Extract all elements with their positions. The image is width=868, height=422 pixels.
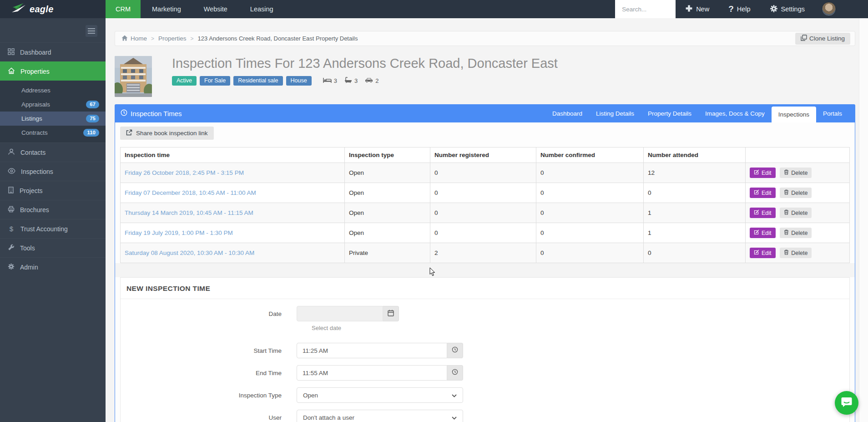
table-row: Friday 07 December 2018, 10:45 AM - 11:0…	[121, 183, 850, 203]
user-avatar[interactable]	[822, 2, 836, 16]
scrollbar-track[interactable]	[859, 18, 868, 422]
sidebar-item-appraisals[interactable]: Appraisals 67	[0, 97, 106, 112]
edit-button[interactable]: Edit	[750, 188, 776, 198]
status-badge-for-sale: For Sale	[200, 76, 230, 86]
search-input[interactable]	[621, 5, 670, 13]
user-select[interactable]: Don't attach a user	[297, 410, 463, 422]
trash-icon	[784, 189, 789, 196]
home-icon	[8, 67, 15, 76]
chat-launcher-button[interactable]	[835, 391, 858, 415]
trash-icon	[784, 169, 789, 176]
tab-portals[interactable]: Portals	[816, 104, 849, 122]
tab-listing-details[interactable]: Listing Details	[589, 104, 641, 122]
calendar-addon[interactable]	[383, 306, 399, 321]
section-gap	[115, 263, 855, 277]
breadcrumb-home-link[interactable]: Home	[121, 35, 147, 42]
sidebar-item-dashboard[interactable]: Dashboard	[0, 42, 106, 61]
delete-label: Delete	[791, 250, 807, 256]
start-time-input[interactable]	[297, 343, 447, 358]
sidebar-label: Brochures	[20, 206, 49, 214]
tab-property-details[interactable]: Property Details	[641, 104, 698, 122]
delete-button[interactable]: Delete	[780, 168, 812, 178]
edit-label: Edit	[762, 210, 772, 216]
col-inspection-type: Inspection type	[345, 147, 430, 163]
sidebar-item-contracts[interactable]: Contracts 110	[0, 126, 106, 140]
edit-button[interactable]: Edit	[750, 168, 776, 178]
inspection-type-select[interactable]: Open	[297, 387, 463, 403]
sidebar-label: Trust Accounting	[20, 225, 68, 233]
edit-button[interactable]: Edit	[750, 208, 776, 218]
delete-button[interactable]: Delete	[780, 228, 812, 238]
sidebar-item-brochures[interactable]: Brochures	[0, 200, 106, 219]
clone-icon	[801, 35, 807, 42]
edit-button[interactable]: Edit	[750, 228, 776, 238]
sidebar-label: Contacts	[20, 149, 45, 156]
main-content: Home > Properties > 123 Andersons Creek …	[106, 18, 859, 422]
inspection-type-label: Inspection Type	[121, 392, 297, 399]
sidebar-item-listings[interactable]: Listings 75	[0, 112, 106, 126]
sidebar-item-contacts[interactable]: Contacts	[0, 142, 106, 162]
start-time-clock-addon[interactable]	[447, 343, 463, 358]
sidebar-item-admin[interactable]: Admin	[0, 257, 106, 276]
new-button[interactable]: New	[676, 0, 719, 18]
clock-icon	[452, 346, 458, 355]
inspection-times-table: Inspection time Inspection type Number r…	[120, 147, 850, 263]
delete-label: Delete	[791, 210, 807, 216]
clone-listing-label: Clone Listing	[809, 35, 845, 42]
inspection-type-cell: Open	[345, 223, 430, 243]
page-header: Inspection Times For 123 Andersons Creek…	[115, 56, 855, 97]
inspection-time-link[interactable]: Friday 07 December 2018, 10:45 AM - 11:0…	[125, 189, 256, 196]
inspection-time-link[interactable]: Friday 26 October 2018, 2:45 PM - 3:15 P…	[125, 169, 244, 176]
inspection-type-cell: Open	[345, 203, 430, 223]
help-button[interactable]: ? Help	[719, 0, 760, 18]
tab-dashboard[interactable]: Dashboard	[545, 104, 589, 122]
status-badge-active: Active	[172, 76, 197, 86]
edit-label: Edit	[762, 230, 772, 236]
sidebar-item-addresses[interactable]: Addresses	[0, 83, 106, 97]
date-input[interactable]	[297, 306, 383, 321]
inspection-time-link[interactable]: Friday 19 July 2019, 1:00 PM - 1:30 PM	[125, 229, 233, 236]
eagle-logo-icon	[12, 3, 25, 15]
clock-icon	[121, 109, 127, 117]
inspection-time-link[interactable]: Thursday 14 March 2019, 10:45 AM - 11:15…	[125, 209, 253, 216]
inspection-time-link[interactable]: Saturday 08 August 2020, 10:30 AM - 10:3…	[125, 249, 254, 256]
user-value: Don't attach a user	[303, 414, 354, 421]
col-number-attended: Number attended	[644, 147, 746, 163]
edit-button[interactable]: Edit	[750, 248, 776, 258]
edit-pencil-icon	[754, 229, 759, 236]
registered-cell: 0	[430, 163, 536, 183]
col-actions	[746, 147, 850, 163]
module-tab-leasing[interactable]: Leasing	[239, 0, 285, 18]
end-time-input[interactable]	[297, 365, 447, 381]
end-time-label: End Time	[121, 370, 297, 376]
registered-cell: 2	[430, 243, 536, 263]
delete-button[interactable]: Delete	[780, 248, 812, 258]
share-book-inspection-link-button[interactable]: Share book inspection link	[120, 127, 214, 140]
edit-pencil-icon	[754, 189, 759, 196]
sidebar-label: Contracts	[21, 129, 48, 136]
tab-images-docs-copy[interactable]: Images, Docs & Copy	[698, 104, 772, 122]
settings-button[interactable]: Settings	[760, 0, 814, 18]
module-tab-website[interactable]: Website	[192, 0, 239, 18]
registered-cell: 0	[430, 223, 536, 243]
new-inspection-time-form: NEW INSPECTION TIME Date	[120, 277, 850, 422]
delete-button[interactable]: Delete	[780, 188, 812, 198]
status-badge-house: House	[286, 76, 312, 86]
tab-inspections[interactable]: Inspections	[772, 107, 816, 122]
module-tab-crm[interactable]: CRM	[106, 0, 141, 18]
sidebar-item-projects[interactable]: Projects	[0, 181, 106, 200]
clone-listing-button[interactable]: Clone Listing	[795, 33, 850, 45]
sidebar-item-inspections[interactable]: Inspections	[0, 162, 106, 181]
delete-button[interactable]: Delete	[780, 208, 812, 218]
sidebar-item-tools[interactable]: Tools	[0, 238, 106, 257]
hamburger-menu-icon[interactable]	[86, 25, 97, 37]
inspection-type-value: Open	[303, 392, 318, 399]
module-tab-marketing[interactable]: Marketing	[141, 0, 192, 18]
brand-logo[interactable]: eagle	[0, 0, 106, 18]
attended-cell: 0	[644, 183, 746, 203]
breadcrumb-properties-link[interactable]: Properties	[158, 35, 187, 42]
plus-icon	[685, 5, 693, 14]
sidebar-item-trust-accounting[interactable]: $ Trust Accounting	[0, 219, 106, 238]
sidebar-item-properties[interactable]: Properties	[0, 61, 106, 81]
end-time-clock-addon[interactable]	[447, 365, 463, 381]
